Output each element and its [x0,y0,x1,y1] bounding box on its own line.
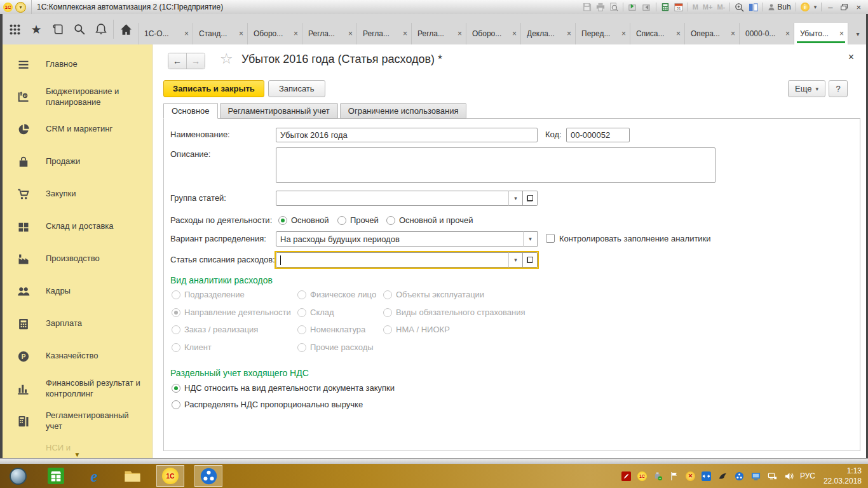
language-indicator[interactable]: РУС [800,471,815,480]
memory-subtract-button[interactable]: M- [717,3,725,11]
tab-close-icon[interactable]: × [458,29,462,38]
sidebar-item-regulated[interactable]: Регламентированный учет [3,405,152,437]
radio-activity-main[interactable] [278,216,287,225]
network-app-tray-icon[interactable] [734,471,745,482]
form-close-icon[interactable]: × [848,51,854,63]
memory-store-button[interactable]: M [693,3,698,11]
app-tab-active[interactable]: Убыто...× [794,23,848,44]
sidebar-item-sales[interactable]: Продажи [3,146,152,178]
app-tab[interactable]: Списа...× [630,23,684,44]
sidebar-item-purchasing[interactable]: Закупки [3,178,152,210]
1c-app-button[interactable]: 1С [156,465,184,487]
app-tab[interactable]: 0000-0...× [739,23,794,44]
app-tab[interactable]: 1С-О...× [138,23,193,44]
favorite-toggle-icon[interactable]: ☆ [220,51,233,66]
name-input[interactable]: Убыток 2016 года [276,128,538,142]
tab-close-icon[interactable]: × [785,29,790,38]
sidebar-item-production[interactable]: Производство [3,243,152,275]
internet-explorer-icon[interactable]: e [80,465,108,487]
radio-vat-by-activity-label[interactable]: НДС относить на вид деятельности докумен… [184,383,395,393]
dropdown-arrow-icon[interactable]: ▾ [508,252,523,268]
writeoff-combo-value[interactable] [276,252,509,268]
app-tab[interactable]: Регла...× [411,23,466,44]
action-center-flag-icon[interactable] [669,471,680,482]
tab-close-icon[interactable]: × [403,29,407,38]
description-textarea[interactable] [276,147,715,183]
radio-activity-other-label[interactable]: Прочей [350,215,379,225]
control-analytics-label[interactable]: Контролировать заполнение аналитики [559,234,711,243]
save-button[interactable]: Записать [268,80,325,97]
tab-main[interactable]: Основное [163,103,218,119]
tab-close-icon[interactable]: × [184,29,189,38]
radio-activity-main-label[interactable]: Основной [291,215,329,225]
history-icon[interactable] [47,18,69,40]
tab-close-icon[interactable]: × [512,29,517,38]
tab-restriction[interactable]: Ограничение использования [340,103,467,119]
tab-close-icon[interactable]: × [567,29,571,38]
sidebar-item-treasury[interactable]: Р Казначейство [3,340,152,372]
tab-close-icon[interactable]: × [839,29,844,38]
radio-activity-both-label[interactable]: Основной и прочей [399,215,473,225]
writeoff-combo[interactable]: ▾ [276,252,538,268]
sidebar-item-main[interactable]: Главное [3,48,152,81]
app-tab[interactable]: Перед...× [575,23,630,44]
current-user-button[interactable]: Buh [768,3,790,11]
app-tab[interactable]: Оборо...× [247,23,302,44]
antivirus-warning-icon[interactable]: ✕ [686,471,695,481]
receive-icon[interactable] [642,3,651,12]
open-list-button[interactable] [523,191,538,206]
tab-close-icon[interactable]: × [731,29,735,38]
calculator-icon[interactable] [661,3,670,11]
split-columns-icon[interactable] [749,3,758,12]
raven-tray-icon[interactable] [717,471,728,482]
app-tab[interactable]: Декла...× [520,23,575,44]
control-analytics-checkbox[interactable] [546,234,555,243]
clock[interactable]: 1:13 22.03.2018 [821,466,862,486]
favorites-icon[interactable]: ★ [25,18,47,40]
search-icon[interactable] [69,18,90,40]
radio-vat-proportional-label[interactable]: Распределять НДС пропорционально выручке [184,400,363,409]
usb-device-tray-icon[interactable] [653,471,663,482]
tab-close-icon[interactable]: × [294,29,298,38]
group-combo[interactable]: ▾ [276,191,538,206]
remote-support-tray-icon[interactable] [701,471,712,482]
tab-overflow-icon[interactable]: ▾ [850,23,866,44]
dropdown-arrow-icon[interactable]: ▾ [508,191,523,206]
radio-vat-by-activity[interactable] [172,384,180,393]
sidebar-item-budgeting[interactable]: Р Бюджетирование и планирование [3,81,152,113]
radio-activity-other[interactable] [337,216,346,225]
sidebar-scroll-down-icon[interactable]: ▼ [3,452,152,458]
tab-close-icon[interactable]: × [621,29,626,38]
pdf-reader-tray-icon[interactable] [621,471,632,482]
app-tab[interactable]: Регла...× [302,23,356,44]
sidebar-item-crm[interactable]: CRM и маркетинг [3,113,152,146]
print-icon[interactable] [596,3,605,11]
system-menu-icon[interactable]: ▾ [15,2,26,13]
more-button[interactable]: Еще ▾ [788,80,825,97]
open-list-button[interactable] [523,252,538,268]
store-app-icon[interactable] [42,465,70,487]
help-button[interactable]: ? [829,80,848,97]
home-icon[interactable] [115,18,137,40]
save-and-close-button[interactable]: Записать и закрыть [163,80,264,97]
network-app-button[interactable] [194,465,222,487]
distribution-combo[interactable]: На расходы будущих периодов ▾ [276,231,538,247]
memory-add-button[interactable]: M+ [703,3,713,11]
close-window-button[interactable]: × [854,3,863,11]
tab-regulated[interactable]: Регламентированный учет [220,103,338,119]
radio-vat-proportional[interactable] [172,400,180,409]
app-tab[interactable]: Станд...× [193,23,247,44]
code-input[interactable]: 00-000052 [566,128,630,142]
sidebar-item-finance[interactable]: Финансовый результат и контроллинг [3,372,152,405]
zoom-icon[interactable] [735,3,744,12]
save-icon[interactable] [583,3,592,11]
tab-close-icon[interactable]: × [239,29,243,38]
info-dropdown-icon[interactable]: ▾ [814,4,817,10]
radio-activity-both[interactable] [386,216,395,225]
volume-icon[interactable] [783,471,794,482]
start-button[interactable] [4,465,32,487]
group-combo-value[interactable] [276,191,509,206]
send-icon[interactable] [628,3,637,12]
info-icon[interactable]: i [801,3,810,11]
sidebar-item-hr[interactable]: Кадры [3,275,152,308]
